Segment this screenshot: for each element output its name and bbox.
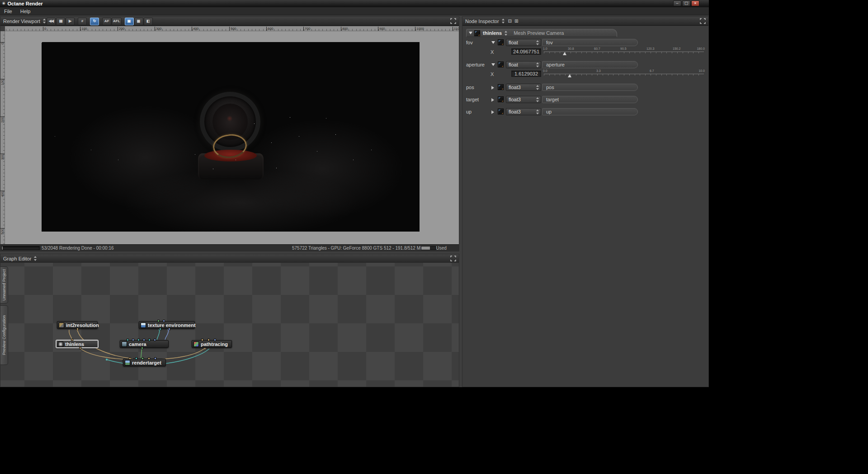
node-label: rendertarget (132, 360, 161, 365)
pause-button[interactable]: ▮▮ (56, 18, 65, 25)
expander-icon[interactable] (491, 86, 494, 90)
node-thumb-icon (498, 109, 504, 114)
expander-icon[interactable] (491, 98, 494, 102)
node-wire (160, 348, 205, 359)
expander-icon[interactable] (491, 63, 495, 66)
region-split-button[interactable]: ◧ (144, 18, 153, 25)
output-pin[interactable] (141, 347, 143, 349)
graph-canvas[interactable]: Unnamed Project Preview Configuration in… (0, 263, 459, 387)
camera-node-icon (122, 341, 127, 347)
autofocus-button[interactable]: AF (102, 18, 111, 25)
menu-file[interactable]: File (0, 8, 16, 15)
lock-resolution-button[interactable]: # (78, 18, 87, 25)
region-split-icon: ◧ (146, 19, 150, 23)
spinner-icon (536, 62, 540, 67)
input-pin[interactable] (127, 339, 129, 341)
graph-node-pathtracing[interactable]: pathtracing (192, 340, 232, 348)
output-pin[interactable] (79, 347, 81, 349)
input-pin[interactable] (148, 339, 151, 341)
input-pin[interactable] (201, 339, 203, 341)
node-thumb-icon (498, 62, 504, 67)
alpha-checker-button[interactable]: ▦ (134, 18, 143, 25)
restart-button[interactable]: ◀◀ (47, 18, 56, 25)
input-pin[interactable] (157, 320, 160, 322)
type-dropdown[interactable]: float3 (506, 108, 541, 115)
graph-node-thinlens[interactable]: thinlens (56, 340, 98, 348)
aperture-value-input[interactable]: 1.6129032 (511, 71, 541, 77)
input-pin[interactable] (137, 339, 140, 341)
viewport-canvas[interactable] (5, 31, 459, 244)
tab-preview-configuration[interactable]: Preview Configuration (0, 305, 8, 365)
ruler-label: 400 (192, 27, 199, 31)
graph-node-int2resolution[interactable]: int2resolution (57, 321, 98, 329)
graph-fullscreen-button[interactable] (450, 256, 457, 262)
input-pin[interactable] (148, 357, 150, 360)
expander-icon[interactable] (491, 110, 494, 114)
input-pin[interactable] (129, 357, 131, 360)
environment-node-icon (141, 322, 146, 328)
viewport-fullscreen-button[interactable] (450, 18, 457, 25)
tick-label: 60.7 (594, 47, 600, 50)
input-pin[interactable] (142, 357, 144, 360)
input-pin[interactable] (154, 357, 156, 360)
type-dropdown[interactable]: float3 (506, 96, 541, 103)
graph-node-rendertarget[interactable]: rendertarget (123, 359, 166, 366)
pin-name-tab[interactable]: up (542, 108, 638, 115)
wire-dot (106, 359, 108, 360)
tick-label: 120.3 (646, 47, 655, 50)
autofocus-lock-button[interactable]: AFL (112, 18, 122, 25)
pathtracing-node-icon (193, 341, 199, 347)
type-dropdown-value: float3 (506, 85, 536, 90)
fov-slider[interactable]: 1.0 30.8 60.7 90.5 120.3 150.2 180.0 (544, 48, 704, 56)
menu-help[interactable]: Help (16, 8, 35, 15)
window-controls: – ▢ × (673, 0, 699, 6)
ruler-label: 100 (80, 27, 87, 31)
fov-value-input[interactable]: 24.0967751 (511, 48, 541, 55)
close-button[interactable]: × (691, 0, 699, 6)
param-label: fov (466, 40, 473, 45)
graph-node-texture-environment[interactable]: texture environment (139, 321, 195, 329)
graph-title-spinner-icon[interactable] (33, 256, 38, 261)
tab-unnamed-project[interactable]: Unnamed Project (0, 266, 8, 303)
output-pin[interactable] (76, 328, 79, 330)
window-title: Octane Render (7, 1, 42, 6)
type-dropdown[interactable]: float3 (506, 84, 541, 91)
input-pin[interactable] (163, 320, 165, 322)
graph-node-camera[interactable]: camera (120, 340, 169, 348)
pin-name-tab[interactable]: fov (542, 39, 638, 46)
play-button[interactable]: ▶ (66, 18, 75, 25)
play-icon: ▶ (69, 19, 71, 23)
autofocus-icon: AF (104, 19, 109, 23)
output-pin[interactable] (159, 328, 161, 330)
input-pin[interactable] (214, 339, 216, 341)
viewport-title-spinner-icon[interactable] (42, 19, 47, 24)
input-pin[interactable] (154, 339, 156, 341)
param-label: aperture (466, 62, 485, 67)
ruler-label: 800 (341, 27, 348, 31)
pin-name-tab[interactable]: pos (542, 84, 638, 91)
refresh-button[interactable]: ↻ (90, 18, 99, 25)
maximize-button[interactable]: ▢ (682, 0, 690, 6)
pin-name-tab[interactable]: aperture (542, 61, 638, 68)
type-dropdown[interactable]: float (506, 39, 541, 46)
lock-resolution-icon: # (81, 19, 83, 23)
imager-button[interactable]: ▣ (125, 18, 134, 25)
viewport-toolbar: ◀◀ ▮▮ ▶ # ↻ AF AFL ▣ ▦ ◧ (47, 17, 153, 25)
aperture-slider[interactable]: 0.0 3.3 6.7 10.0 (544, 71, 704, 78)
slider-handle[interactable] (568, 74, 571, 77)
input-pin[interactable] (132, 339, 134, 341)
pin-name-tab[interactable]: target (542, 96, 638, 103)
slider-handle[interactable] (563, 52, 566, 55)
thinlens-node-icon (58, 341, 63, 347)
input-pin[interactable] (71, 339, 73, 341)
input-pin[interactable] (135, 357, 137, 360)
minimize-button[interactable]: – (673, 0, 681, 6)
pause-icon: ▮▮ (59, 19, 62, 23)
expander-icon[interactable] (491, 41, 495, 44)
input-pin[interactable] (208, 339, 210, 341)
ruler-label: 400 (0, 191, 5, 197)
output-pin[interactable] (168, 328, 170, 330)
input-pin[interactable] (143, 339, 145, 341)
type-dropdown[interactable]: float (506, 61, 541, 68)
node-label: camera (129, 341, 146, 347)
